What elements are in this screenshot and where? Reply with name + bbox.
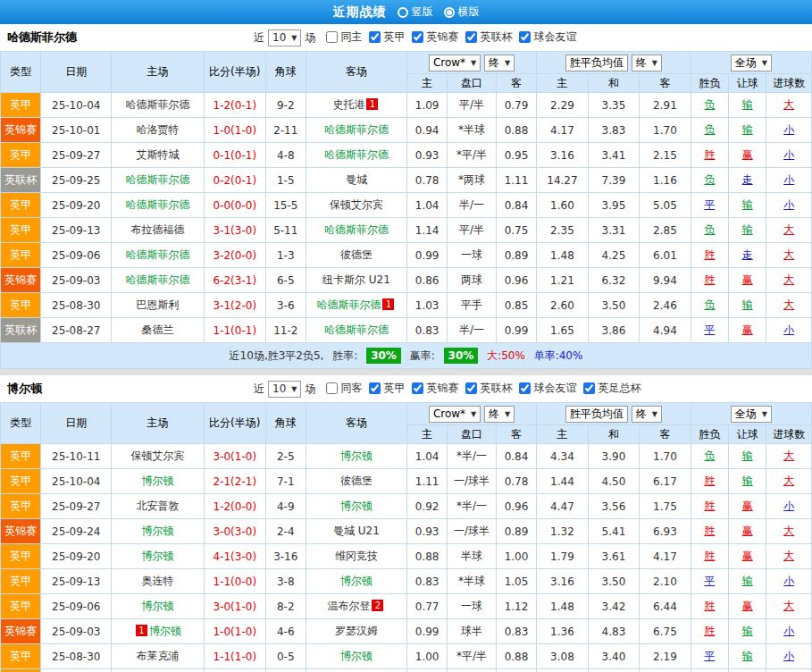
result-goals[interactable]: 小 [766,619,812,644]
bookmaker-select[interactable]: Crow*▼ [429,55,481,71]
match-score[interactable]: 0-1(0-1) [204,143,265,168]
result-handicap[interactable]: 走 [729,168,766,193]
result-outcome[interactable]: 胜 [691,519,728,544]
filter-checkbox[interactable] [412,382,423,394]
result-outcome[interactable]: 胜 [691,268,728,293]
team-name[interactable]: 奥连特 [142,575,174,587]
result-handicap[interactable]: 输 [729,619,766,644]
result-outcome[interactable]: 负 [691,218,728,243]
filter-checkbox[interactable] [369,382,381,394]
result-goals[interactable]: 大 [766,243,812,268]
team-name[interactable]: 保顿艾尔宾 [330,198,383,211]
team-name[interactable]: 博尔顿 [340,449,373,462]
team-name[interactable]: 哈德斯菲尔德 [324,223,389,236]
team-name[interactable]: 艾斯特城 [137,148,180,161]
team-name[interactable]: 温布尔登 [327,600,370,612]
result-goals[interactable]: 小 [766,118,812,143]
result-handicap[interactable]: 赢 [729,519,766,544]
team-name[interactable]: 布拉德福德 [131,223,185,236]
league-filter[interactable]: 英甲 [369,29,405,45]
match-score[interactable]: 4-1(3-0) [204,544,265,569]
final-odds-select[interactable]: 终▼ [484,55,515,71]
team-name[interactable]: 彼德堡 [340,248,373,261]
team-name[interactable]: 博尔顿 [142,550,174,562]
match-score[interactable]: 1-2(0-0) [204,494,265,519]
match-count-select[interactable]: 10▼ [268,381,301,398]
filter-checkbox[interactable] [519,382,531,394]
final-avg-select[interactable]: 终▼ [632,406,662,423]
result-handicap[interactable]: 输 [729,118,766,143]
result-outcome[interactable]: 负 [691,93,728,118]
scope-select[interactable]: 全场▼ [731,406,772,423]
result-outcome[interactable]: 胜 [691,143,728,168]
result-goals[interactable]: 大 [766,444,812,469]
filter-checkbox[interactable] [519,31,531,43]
team-name[interactable]: 维冈竞技 [335,550,378,562]
result-outcome[interactable]: 平 [691,644,728,669]
result-handicap[interactable]: 赢 [729,594,766,619]
team-name[interactable]: 北安普敦 [137,500,180,512]
team-name[interactable]: 哈德斯菲尔德 [126,98,190,111]
result-goals[interactable]: 小 [766,193,812,218]
team-name[interactable]: 博尔顿 [340,500,373,512]
match-score[interactable]: 1-1(0-0) [204,569,265,594]
result-handicap[interactable]: 输 [729,444,766,469]
avg-type-box[interactable]: 胜平负均值 [565,55,628,71]
result-outcome[interactable]: 平 [691,569,728,594]
match-score[interactable]: 1-0(1-0) [204,118,265,143]
result-outcome[interactable]: 胜 [691,544,728,569]
match-count-select[interactable]: 10▼ [268,29,301,46]
filter-checkbox[interactable] [369,31,381,43]
filter-checkbox[interactable] [326,382,338,394]
result-goals[interactable]: 小 [766,569,812,594]
result-goals[interactable]: 大 [766,268,812,293]
league-filter[interactable]: 英足总杯 [583,381,640,396]
result-handicap[interactable]: 赢 [729,494,766,519]
result-goals[interactable]: 大 [766,594,812,619]
filter-checkbox[interactable] [326,31,338,43]
team-name[interactable]: 哈德斯菲尔德 [126,173,190,186]
team-name[interactable]: 博尔顿 [149,625,181,637]
league-filter[interactable]: 同主 [326,29,362,45]
result-handicap[interactable]: 赢 [729,318,766,343]
match-score[interactable]: 1-1(0-1) [204,669,265,672]
result-outcome[interactable]: 胜 [691,494,728,519]
league-filter[interactable]: 英锦赛 [412,29,458,45]
match-score[interactable]: 3-0(1-0) [204,594,265,619]
result-handicap[interactable]: 赢 [729,143,766,168]
league-filter[interactable]: 英锦赛 [412,381,458,396]
match-score[interactable]: 3-0(1-0) [204,444,265,469]
match-score[interactable]: 3-0(3-0) [204,519,265,544]
bookmaker-select[interactable]: Crow*▼ [429,406,481,423]
league-filter[interactable]: 英联杯 [465,381,512,396]
match-score[interactable]: 0-2(0-1) [204,168,265,193]
team-name[interactable]: 博尔顿 [142,525,174,537]
team-name[interactable]: 哈德斯菲尔德 [316,298,381,311]
result-outcome[interactable]: 负 [691,168,728,193]
match-score[interactable]: 1-2(0-1) [204,93,265,118]
team-name[interactable]: 哈德斯菲尔德 [126,248,190,261]
filter-checkbox[interactable] [412,31,423,43]
team-name[interactable]: 哈德斯菲尔德 [126,273,190,286]
team-name[interactable]: 保顿艾尔宾 [131,449,185,462]
result-goals[interactable]: 小 [766,669,812,672]
result-handicap[interactable]: 走 [729,243,766,268]
result-goals[interactable]: 小 [766,143,812,168]
result-outcome[interactable]: 负 [691,293,728,318]
league-filter[interactable]: 英联杯 [465,29,512,45]
match-score[interactable]: 1-1(1-0) [204,644,265,669]
match-score[interactable]: 3-1(2-0) [204,293,265,318]
team-name[interactable]: 博尔顿 [340,650,373,662]
match-score[interactable]: 2-1(2-1) [204,469,265,494]
match-score[interactable]: 0-0(0-0) [204,193,265,218]
result-goals[interactable]: 小 [766,494,812,519]
league-filter[interactable]: 同客 [326,381,362,396]
result-goals[interactable]: 大 [766,218,812,243]
team-name[interactable]: 博尔顿 [142,600,174,612]
team-name[interactable]: 博尔顿 [340,575,373,587]
filter-checkbox[interactable] [465,31,477,43]
result-outcome[interactable]: 胜 [691,594,728,619]
result-goals[interactable]: 大 [766,293,812,318]
league-filter[interactable]: 英甲 [369,381,405,396]
match-score[interactable]: 3-2(0-0) [204,243,265,268]
